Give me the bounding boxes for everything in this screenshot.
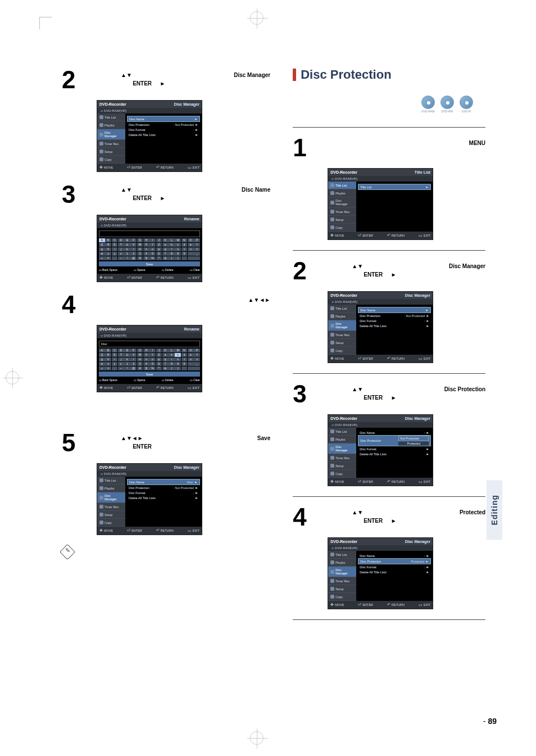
step-number: 4 bbox=[293, 505, 317, 529]
picked-item: Disc Name bbox=[242, 185, 270, 194]
sidebar-item-timerrec[interactable]: Timer Rec. bbox=[335, 456, 351, 460]
osd-title: DVD-Recorder bbox=[330, 540, 357, 544]
sidebar-item-setup[interactable]: Setup bbox=[335, 587, 343, 591]
row-delall[interactable]: Delete All Title Lists► bbox=[358, 323, 431, 328]
kbd-clear[interactable]: Clear bbox=[193, 268, 200, 271]
sidebar-item-discmanager[interactable]: Disc Manager bbox=[335, 568, 354, 575]
save-button[interactable]: Save bbox=[99, 261, 200, 266]
row-titlelist[interactable]: Title List► bbox=[358, 184, 431, 190]
row-delall[interactable]: Delete All Title Lists► bbox=[127, 495, 200, 500]
rename-field[interactable] bbox=[99, 230, 200, 237]
sidebar-item-timerrec[interactable]: Timer Rec. bbox=[335, 210, 351, 214]
sidebar-item-timerrec[interactable]: Timer Rec. bbox=[335, 580, 351, 583]
save-button[interactable]: Save bbox=[99, 372, 200, 377]
arrow-label: ► bbox=[391, 518, 397, 524]
row-discprot[interactable]: Disc Protection: Not Protected► bbox=[127, 122, 200, 127]
enter-label: ENTER bbox=[133, 80, 152, 87]
kbd-space[interactable]: Space bbox=[137, 378, 145, 382]
sidebar-item-titlelist[interactable]: Title List bbox=[335, 430, 347, 433]
kbd-delete[interactable]: Delete bbox=[165, 378, 173, 382]
sidebar-item-setup[interactable]: Setup bbox=[335, 218, 343, 221]
notes bbox=[62, 545, 270, 563]
step-number: 3 bbox=[62, 182, 87, 207]
sidebar-item-timerrec[interactable]: Timer Rec. bbox=[105, 142, 120, 146]
sidebar-item-titlelist[interactable]: Title List bbox=[335, 184, 347, 187]
badge-dvd-ram: DVD-RAM bbox=[420, 96, 436, 115]
sidebar-item-setup[interactable]: Setup bbox=[105, 513, 112, 517]
row-discprot[interactable]: Disc Protection: Not Protected► bbox=[358, 313, 431, 318]
sidebar-item-setup[interactable]: Setup bbox=[335, 341, 343, 345]
sidebar-item-discmanager[interactable]: Disc Manager bbox=[335, 322, 354, 329]
row-discprot[interactable]: Disc Protection: Protected► bbox=[358, 558, 431, 564]
row-discname[interactable]: Disc Name: Disc► bbox=[127, 479, 200, 485]
row-discfmt[interactable]: Disc Format:► bbox=[358, 318, 431, 323]
osd-corner: Rename bbox=[184, 327, 199, 331]
picked-item: MENU bbox=[469, 139, 485, 147]
step-number: 1 bbox=[293, 135, 317, 160]
osd-corner: Disc Manager bbox=[405, 417, 431, 420]
left-step-3: 3 Press the ▲▼ buttons to select Disc Na… bbox=[62, 182, 270, 207]
sidebar-item-playlist[interactable]: Playlist bbox=[335, 438, 345, 441]
rename-field[interactable]: Disc bbox=[99, 341, 200, 347]
nav-sym: ▲▼ bbox=[121, 72, 132, 78]
sidebar-item-titlelist[interactable]: Title List bbox=[335, 307, 347, 310]
kbd-delete[interactable]: Delete bbox=[165, 268, 173, 271]
osd-disc-manager: DVD-RecorderDisc Manager ⊙ DVD-RAM(VR) T… bbox=[97, 100, 202, 172]
sidebar-item-titlelist[interactable]: Title List bbox=[105, 479, 116, 482]
sidebar-item-playlist[interactable]: Playlist bbox=[335, 561, 345, 564]
onscreen-keyboard[interactable]: ABCDEFGHIJKLMNOP QRSTUVWXYZabcdef ghijkl… bbox=[99, 348, 200, 382]
page-number: - 89 bbox=[483, 717, 497, 726]
sidebar-item-copy[interactable]: Copy bbox=[335, 349, 343, 352]
row-discprot[interactable]: Disc Protection Not Protected Protected bbox=[358, 435, 431, 446]
sidebar-item-playlist[interactable]: Playlist bbox=[335, 192, 345, 195]
sidebar-item-copy[interactable]: Copy bbox=[105, 521, 112, 524]
row-discfmt[interactable]: Disc Format:► bbox=[127, 127, 200, 132]
kbd-space[interactable]: Space bbox=[137, 268, 145, 271]
sidebar-item-titlelist[interactable]: Title List bbox=[105, 116, 116, 119]
sidebar-item-setup[interactable]: Setup bbox=[105, 150, 112, 153]
sidebar-item-discmanager[interactable]: Disc Manager bbox=[105, 131, 123, 138]
sidebar-item-copy[interactable]: Copy bbox=[335, 595, 343, 599]
osd-subtitle: DVD-RAM(VR) bbox=[335, 177, 357, 180]
row-discname[interactable]: Disc Name:► bbox=[358, 430, 431, 435]
sidebar-item-playlist[interactable]: Playlist bbox=[105, 487, 114, 490]
sidebar-item-discmanager[interactable]: Disc Manager bbox=[335, 445, 354, 452]
sidebar-item-discmanager[interactable]: Disc Manager bbox=[105, 494, 123, 501]
opt-protected[interactable]: Protected bbox=[398, 441, 429, 446]
sidebar-item-playlist[interactable]: Playlist bbox=[335, 315, 345, 318]
sidebar-item-playlist[interactable]: Playlist bbox=[105, 124, 114, 127]
sidebar-item-setup[interactable]: Setup bbox=[335, 464, 343, 468]
sidebar-item-discmanager[interactable]: Disc Manager bbox=[335, 199, 354, 206]
picked-item: Save bbox=[257, 434, 270, 442]
row-discfmt[interactable]: Disc Format:► bbox=[358, 564, 431, 569]
row-delall[interactable]: Delete All Title Lists► bbox=[358, 451, 431, 456]
row-discprot[interactable]: Disc Protection: Not Protected► bbox=[127, 485, 200, 490]
row-discname[interactable]: Disc Name:► bbox=[358, 553, 431, 558]
sidebar-item-copy[interactable]: Copy bbox=[105, 158, 112, 161]
osd-title: DVD-Recorder bbox=[330, 417, 357, 420]
row-discfmt[interactable]: Disc Format:► bbox=[127, 490, 200, 495]
osd-dm-dropdown: DVD-RecorderDisc Manager ⊙ DVD-RAM(VR) T… bbox=[328, 414, 433, 486]
right-step-3: 3 Press the ▲▼ buttons to select Disc Pr… bbox=[293, 382, 485, 406]
opt-not-protected[interactable]: Not Protected bbox=[398, 436, 429, 441]
sidebar-item-titlelist[interactable]: Title List bbox=[335, 553, 347, 556]
row-discfmt[interactable]: Disc Format► bbox=[358, 446, 431, 451]
onscreen-keyboard[interactable]: ABCDEFGHIJKLMNOP QRSTUVWXYZabcdef ghijkl… bbox=[99, 238, 200, 271]
sidebar-item-timerrec[interactable]: Timer Rec. bbox=[105, 505, 120, 509]
sidebar-item-copy[interactable]: Copy bbox=[335, 226, 343, 229]
arrow-label: ► bbox=[391, 271, 397, 278]
kbd-backspace[interactable]: Back Space bbox=[102, 378, 117, 382]
enter-label: ENTER bbox=[133, 443, 152, 450]
row-discname[interactable]: Disc Name:► bbox=[358, 307, 431, 313]
badge-dvd-rw: DVD-RW bbox=[439, 96, 455, 115]
row-discname[interactable]: Disc Name:► bbox=[127, 116, 200, 122]
kbd-backspace[interactable]: Back Space bbox=[102, 268, 117, 271]
row-delall[interactable]: Delete All Title Lists► bbox=[127, 132, 200, 137]
row-delall[interactable]: Delete All Title Lists► bbox=[358, 569, 431, 574]
sidebar-item-copy[interactable]: Copy bbox=[335, 472, 343, 476]
osd-subtitle: DVD-RAM(VR) bbox=[104, 224, 126, 227]
sidebar-item-timerrec[interactable]: Timer Rec. bbox=[335, 333, 351, 337]
kbd-clear[interactable]: Clear bbox=[193, 378, 200, 382]
left-step-2: 2 Press the ▲▼ buttons to select Disc Ma… bbox=[62, 67, 270, 92]
section-heading: Disc Protection bbox=[293, 67, 485, 82]
